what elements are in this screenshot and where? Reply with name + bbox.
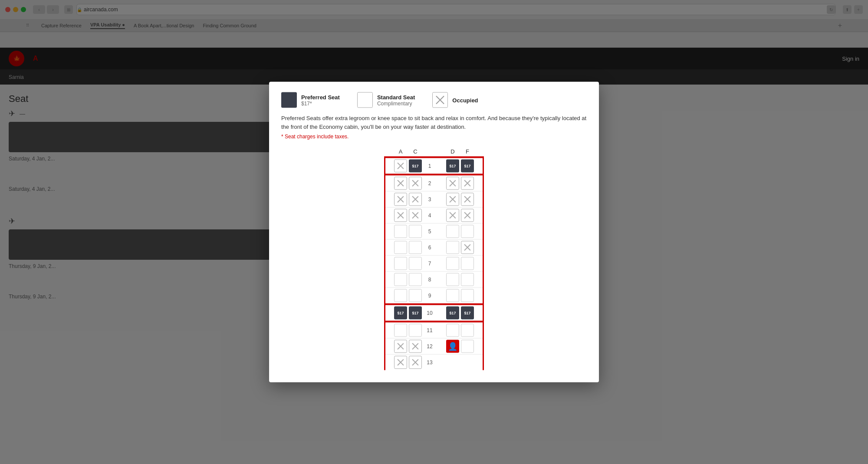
legend-preferred: Preferred Seat $17* (281, 92, 340, 108)
modal-description: Preferred Seats offer extra legroom or k… (281, 114, 587, 131)
seat-13A[interactable] (394, 356, 407, 369)
seat-3F[interactable] (461, 193, 474, 206)
seat-2F[interactable] (461, 177, 474, 190)
seat-3C[interactable] (409, 193, 422, 206)
seat-7C[interactable] (409, 257, 422, 270)
seat-1F[interactable]: $17 (461, 160, 474, 173)
seat-10A[interactable]: $17 (394, 307, 407, 320)
col-header-C: C (409, 148, 422, 155)
seat-10F[interactable]: $17 (461, 307, 474, 320)
seat-row-1: $17 1 $17 $17 (385, 158, 483, 174)
seat-2D[interactable] (446, 177, 459, 190)
selected-person-icon: 👤 (448, 342, 457, 351)
seat-8C[interactable] (409, 273, 422, 286)
seat-12F[interactable] (461, 340, 474, 353)
row-num-7: 7 (424, 261, 436, 267)
legend-row: Preferred Seat $17* Standard Seat Compli… (281, 92, 587, 108)
seat-row-3: 3 (385, 192, 483, 207)
seat-3A[interactable] (394, 193, 407, 206)
seat-row-5: 5 (385, 224, 483, 239)
seat-row-10: $17 $17 10 $17 $17 (385, 305, 483, 321)
seat-5C[interactable] (409, 225, 422, 238)
seat-4A[interactable] (394, 209, 407, 222)
seat-8A[interactable] (394, 273, 407, 286)
seat-row-9: 9 (385, 288, 483, 304)
row-num-2: 2 (424, 180, 436, 186)
seat-4C[interactable] (409, 209, 422, 222)
occupied-legend-box (432, 92, 448, 108)
seat-row-11: 11 (385, 323, 483, 338)
row-num-11: 11 (424, 327, 436, 333)
seat-selection-modal: Preferred Seat $17* Standard Seat Compli… (269, 82, 599, 382)
seat-11C[interactable] (409, 324, 422, 337)
standard-legend-title: Standard Seat (377, 94, 415, 100)
seat-row-2: 2 (385, 176, 483, 191)
seat-9A[interactable] (394, 289, 407, 302)
seat-10D[interactable]: $17 (446, 307, 459, 320)
seat-4F[interactable] (461, 209, 474, 222)
seat-5D[interactable] (446, 225, 459, 238)
row-num-1: 1 (424, 163, 436, 169)
seat-7F[interactable] (461, 257, 474, 270)
seat-row-4: 4 (385, 208, 483, 223)
seat-13C[interactable] (409, 356, 422, 369)
seat-5F[interactable] (461, 225, 474, 238)
row-num-3: 3 (424, 196, 436, 203)
seat-row-13: 13 (385, 355, 483, 370)
row-num-10: 10 (424, 310, 436, 316)
seat-11F[interactable] (461, 324, 474, 337)
occupied-legend-title: Occupied (452, 97, 478, 103)
seat-9F[interactable] (461, 289, 474, 302)
seat-9D[interactable] (446, 289, 459, 302)
col-header-D: D (446, 148, 459, 155)
seat-2A[interactable] (394, 177, 407, 190)
seat-row-8: 8 (385, 272, 483, 288)
seat-8D[interactable] (446, 273, 459, 286)
seat-6A[interactable] (394, 241, 407, 254)
col-header-F: F (461, 148, 474, 155)
row-num-9: 9 (424, 293, 436, 299)
row-num-8: 8 (424, 277, 436, 283)
seat-1C[interactable]: $17 (409, 160, 422, 173)
seat-map: $17 1 $17 $17 2 (384, 157, 484, 370)
row-num-4: 4 (424, 212, 436, 219)
seat-13F-empty (461, 356, 474, 369)
legend-occupied: Occupied (432, 92, 478, 108)
legend-standard: Standard Seat Complimentary (357, 92, 415, 108)
seat-1A[interactable] (394, 160, 407, 173)
seat-11D[interactable] (446, 324, 459, 337)
seat-row-7: 7 (385, 256, 483, 271)
col-header-A: A (394, 148, 407, 155)
seat-map-container: A C 0 D F $17 1 $17 $17 (281, 148, 587, 370)
seat-12C[interactable] (409, 340, 422, 353)
seat-6C[interactable] (409, 241, 422, 254)
seat-10C[interactable]: $17 (409, 307, 422, 320)
seat-3D[interactable] (446, 193, 459, 206)
seat-4D[interactable] (446, 209, 459, 222)
standard-legend-sub: Complimentary (377, 100, 415, 106)
seat-8F[interactable] (461, 273, 474, 286)
seat-row-12: 12 👤 (385, 339, 483, 354)
seat-12A[interactable] (394, 340, 407, 353)
seat-9C[interactable] (409, 289, 422, 302)
seat-1D[interactable]: $17 (446, 160, 459, 173)
row-num-5: 5 (424, 229, 436, 235)
seat-11A[interactable] (394, 324, 407, 337)
preferred-legend-price: $17* (301, 100, 340, 106)
seat-6D[interactable] (446, 241, 459, 254)
col-header-aisle (437, 148, 444, 155)
modal-note: * Seat charges include taxes. (281, 134, 587, 140)
preferred-legend-title: Preferred Seat (301, 94, 340, 100)
seat-13D-empty (446, 356, 459, 369)
preferred-legend-box (281, 92, 297, 108)
seat-7D[interactable] (446, 257, 459, 270)
standard-legend-box (357, 92, 373, 108)
seat-5A[interactable] (394, 225, 407, 238)
seat-row-6: 6 (385, 240, 483, 255)
seat-12D[interactable]: 👤 (446, 340, 459, 353)
row-num-12: 12 (424, 343, 436, 350)
seat-2C[interactable] (409, 177, 422, 190)
seat-7A[interactable] (394, 257, 407, 270)
seat-6F[interactable] (461, 241, 474, 254)
row-num-6: 6 (424, 245, 436, 251)
